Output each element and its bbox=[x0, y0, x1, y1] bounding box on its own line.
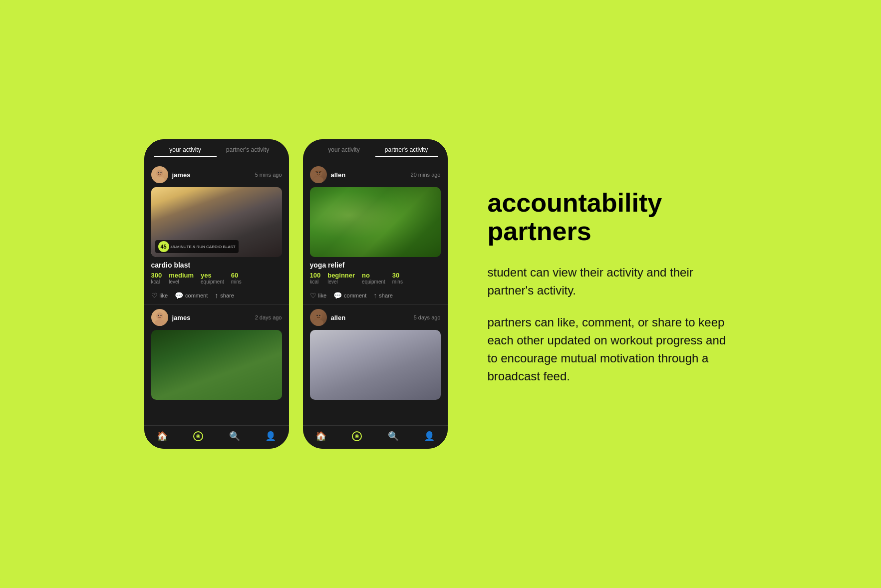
share-icon-2: ↑ bbox=[373, 292, 377, 299]
post-2-1: allen 20 mins ago yoga relief 100 kcal b bbox=[303, 161, 448, 285]
post-header-1-1: james 5 mins ago bbox=[151, 166, 282, 183]
svg-point-11 bbox=[197, 435, 199, 437]
time-1-2: 2 days ago bbox=[255, 314, 282, 320]
nav-home-2[interactable]: 🏠 bbox=[303, 431, 339, 442]
description-1: student can view their activity and thei… bbox=[488, 264, 737, 299]
comment-btn-1-1[interactable]: 💬 comment bbox=[175, 292, 208, 299]
stat-equip-2: no equipment bbox=[362, 272, 385, 285]
share-btn-2-1[interactable]: ↑ share bbox=[373, 292, 393, 299]
nav-home-1[interactable]: 🏠 bbox=[144, 431, 181, 442]
nav-activity-2[interactable] bbox=[339, 431, 375, 442]
stat-kcal-1: 300 kcal bbox=[151, 272, 162, 285]
avatar-james-2 bbox=[151, 309, 168, 326]
post-image-forest bbox=[151, 330, 282, 400]
description-2: partners can like, comment, or share to … bbox=[488, 313, 737, 385]
svg-point-4 bbox=[160, 172, 161, 173]
svg-point-18 bbox=[316, 315, 318, 316]
svg-point-19 bbox=[319, 315, 320, 316]
tab-your-activity-2[interactable]: your activity bbox=[313, 146, 375, 157]
username-james-2: james bbox=[172, 314, 191, 321]
workout-title-2: yoga relief bbox=[310, 261, 441, 269]
post-header-2-1: allen 20 mins ago bbox=[310, 166, 441, 183]
post-image-gym-crowded bbox=[310, 330, 441, 400]
stat-level-2: beginner level bbox=[327, 272, 355, 285]
action-bar-2-1: ♡ like 💬 comment ↑ share bbox=[303, 289, 448, 305]
feed-1: james 5 mins ago 45 45-MINUTE & RUN CARD… bbox=[144, 161, 289, 425]
post-image-yoga bbox=[310, 187, 441, 257]
stat-level-1: medium level bbox=[169, 272, 194, 285]
post-2-2: allen 5 days ago bbox=[303, 305, 448, 400]
action-bar-1-1: ♡ like 💬 comment ↑ share bbox=[144, 289, 289, 305]
badge-number-1: 45 bbox=[158, 241, 169, 252]
main-title: accountability partners bbox=[488, 189, 737, 246]
badge-text-1: 45-MINUTE & RUN CARDIO BLAST bbox=[171, 245, 236, 249]
post-1-2: james 2 days ago bbox=[144, 305, 289, 400]
phone-1: your activity partner's activity bbox=[144, 139, 289, 449]
like-btn-2-1[interactable]: ♡ like bbox=[310, 292, 327, 299]
text-panel: accountability partners student can view… bbox=[478, 189, 737, 399]
heart-icon-1: ♡ bbox=[151, 292, 158, 299]
stat-mins-2: 30 mins bbox=[392, 272, 403, 285]
comment-icon-1: 💬 bbox=[175, 292, 183, 299]
avatar-allen-2 bbox=[310, 309, 327, 326]
avatar-allen-1 bbox=[310, 166, 327, 183]
svg-point-14 bbox=[316, 172, 318, 174]
post-1-1: james 5 mins ago 45 45-MINUTE & RUN CARD… bbox=[144, 161, 289, 285]
time-1-1: 5 mins ago bbox=[255, 172, 282, 178]
svg-point-22 bbox=[356, 435, 358, 437]
tab-partner-activity-2[interactable]: partner's activity bbox=[375, 146, 438, 157]
username-allen-2: allen bbox=[331, 314, 346, 321]
username-james-1: james bbox=[172, 171, 191, 179]
svg-point-15 bbox=[319, 172, 320, 174]
svg-point-1 bbox=[155, 177, 165, 183]
comment-icon-2: 💬 bbox=[333, 292, 342, 299]
tab-bar-2: your activity partner's activity bbox=[303, 139, 448, 161]
heart-icon-2: ♡ bbox=[310, 292, 316, 299]
share-btn-1-1[interactable]: ↑ share bbox=[215, 292, 234, 299]
badge-overlay-1: 45 45-MINUTE & RUN CARDIO BLAST bbox=[155, 240, 239, 253]
svg-point-17 bbox=[313, 319, 323, 326]
phone-2: your activity partner's activity bbox=[303, 139, 448, 449]
share-icon-1: ↑ bbox=[215, 292, 218, 299]
post-header-1-2: james 2 days ago bbox=[151, 309, 282, 326]
workout-stats-1: 300 kcal medium level yes equipment 60 bbox=[151, 272, 282, 285]
svg-point-16 bbox=[315, 312, 322, 319]
stat-equip-1: yes equipment bbox=[201, 272, 224, 285]
svg-point-8 bbox=[160, 315, 161, 316]
workout-title-1: cardio blast bbox=[151, 261, 282, 269]
bottom-nav-2: 🏠 🔍 👤 bbox=[303, 425, 448, 449]
nav-profile-1[interactable]: 👤 bbox=[253, 431, 289, 442]
page-wrapper: your activity partner's activity bbox=[0, 0, 881, 588]
svg-point-2 bbox=[156, 170, 163, 177]
post-header-2-2: allen 5 days ago bbox=[310, 309, 441, 326]
time-2-2: 5 days ago bbox=[414, 314, 441, 320]
tab-your-activity-1[interactable]: your activity bbox=[154, 146, 217, 157]
username-allen-1: allen bbox=[331, 171, 346, 179]
nav-profile-2[interactable]: 👤 bbox=[411, 431, 448, 442]
svg-point-7 bbox=[158, 315, 159, 316]
stat-kcal-2: 100 kcal bbox=[310, 272, 321, 285]
nav-search-2[interactable]: 🔍 bbox=[375, 431, 412, 442]
svg-point-3 bbox=[158, 172, 159, 173]
like-btn-1-1[interactable]: ♡ like bbox=[151, 292, 168, 299]
nav-activity-1[interactable] bbox=[180, 431, 217, 442]
post-image-gym: 45 45-MINUTE & RUN CARDIO BLAST bbox=[151, 187, 282, 257]
avatar-james-1 bbox=[151, 166, 168, 183]
comment-btn-2-1[interactable]: 💬 comment bbox=[333, 292, 366, 299]
svg-point-6 bbox=[155, 319, 165, 326]
svg-point-13 bbox=[313, 177, 323, 183]
phones-container: your activity partner's activity bbox=[144, 139, 448, 449]
time-2-1: 20 mins ago bbox=[411, 172, 441, 178]
svg-point-5 bbox=[156, 312, 163, 319]
bottom-nav-1: 🏠 🔍 👤 bbox=[144, 425, 289, 449]
tab-partner-activity-1[interactable]: partner's activity bbox=[217, 146, 279, 157]
workout-stats-2: 100 kcal beginner level no equipment 3 bbox=[310, 272, 441, 285]
stat-mins-1: 60 mins bbox=[231, 272, 242, 285]
tab-bar-1: your activity partner's activity bbox=[144, 139, 289, 161]
feed-2: allen 20 mins ago yoga relief 100 kcal b bbox=[303, 161, 448, 425]
nav-search-1[interactable]: 🔍 bbox=[217, 431, 253, 442]
